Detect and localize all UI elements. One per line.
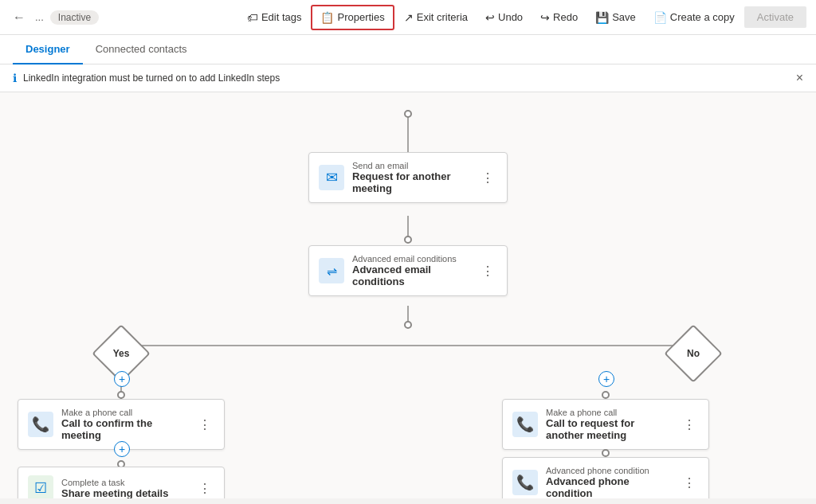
copy-icon: 📄 (653, 11, 667, 24)
header-left: ← ... Inactive (10, 7, 233, 28)
tab-designer[interactable]: Designer (13, 35, 83, 64)
advanced-email-content: Advanced email conditions Advanced email… (352, 254, 470, 287)
properties-icon: 📋 (320, 11, 334, 24)
call-request-icon: 📞 (512, 412, 538, 437)
email-node-icon: ✉ (319, 165, 344, 190)
save-icon: 💾 (595, 11, 609, 24)
add-step-right-1[interactable]: + (598, 371, 614, 387)
banner-close-button[interactable]: × (796, 71, 803, 85)
call-confirm-more-button[interactable]: ⋮ (195, 416, 214, 434)
info-banner-left: ℹ LinkedIn integration must be turned on… (13, 72, 280, 84)
complete-task-type: Complete a task (61, 478, 187, 487)
advanced-phone-icon: 📞 (512, 470, 538, 495)
exit-criteria-icon: ↗ (404, 11, 414, 24)
canvas[interactable]: ✉ Send an email Request for another meet… (0, 92, 816, 498)
call-request-more-button[interactable]: ⋮ (680, 416, 699, 434)
info-banner: ℹ LinkedIn integration must be turned on… (0, 64, 816, 92)
advanced-phone-title: Advanced phone condition (546, 475, 672, 498)
connector-2 (404, 321, 412, 329)
create-copy-button[interactable]: 📄 Create a copy (645, 6, 743, 29)
yes-decision-1: Yes (97, 330, 145, 377)
edit-tags-button[interactable]: 🏷 Edit tags (239, 6, 310, 29)
tab-connected-contacts[interactable]: Connected contacts (83, 35, 200, 64)
send-email-title: Request for another meeting (352, 170, 470, 194)
complete-task-more-button[interactable]: ⋮ (195, 479, 214, 498)
canvas-inner: ✉ Send an email Request for another meet… (0, 92, 816, 498)
no-decision-1: No (669, 330, 717, 377)
undo-icon: ↩ (485, 11, 495, 24)
complete-task-node[interactable]: ☑ Complete a task Share meeting details … (18, 467, 225, 498)
call-confirm-content: Make a phone call Call to confirm the me… (61, 408, 187, 441)
call-request-type: Make a phone call (546, 408, 672, 417)
breadcrumb: ... (35, 11, 44, 23)
call-request-node[interactable]: 📞 Make a phone call Call to request for … (502, 399, 709, 450)
call-request-title: Call to request for another meeting (546, 417, 672, 441)
call-request-content: Make a phone call Call to request for an… (546, 408, 672, 441)
tabs-bar: Designer Connected contacts (0, 35, 816, 64)
tag-icon: 🏷 (247, 11, 258, 24)
advanced-email-icon: ⇌ (319, 258, 344, 283)
send-email-type: Send an email (352, 161, 470, 170)
advanced-phone-more-button[interactable]: ⋮ (680, 474, 699, 492)
advanced-email-title: Advanced email conditions (352, 264, 470, 287)
add-step-left-1[interactable]: + (114, 371, 130, 387)
advanced-email-type: Advanced email conditions (352, 254, 470, 264)
top-connector (404, 110, 412, 118)
call-confirm-icon: 📞 (28, 412, 53, 437)
connector-1 (404, 236, 412, 244)
advanced-phone-node[interactable]: 📞 Advanced phone condition Advanced phon… (502, 457, 709, 498)
info-banner-text: LinkedIn integration must be turned on t… (23, 72, 280, 84)
complete-task-title: Share meeting details (61, 487, 187, 499)
send-email-node[interactable]: ✉ Send an email Request for another meet… (308, 152, 508, 203)
undo-button[interactable]: ↩ Undo (477, 6, 531, 29)
status-badge: Inactive (50, 10, 99, 25)
connector-left-1 (117, 391, 125, 399)
add-step-left-2[interactable]: + (114, 441, 130, 457)
send-email-content: Send an email Request for another meetin… (352, 161, 470, 194)
redo-icon: ↪ (540, 11, 550, 24)
header-actions: 🏷 Edit tags 📋 Properties ↗ Exit criteria… (239, 5, 806, 30)
send-email-more-button[interactable]: ⋮ (478, 169, 497, 187)
advanced-email-node[interactable]: ⇌ Advanced email conditions Advanced ema… (308, 245, 508, 296)
advanced-phone-type: Advanced phone condition (546, 466, 672, 475)
complete-task-icon: ☑ (28, 475, 53, 498)
info-icon: ℹ (13, 72, 17, 84)
connector-right-2 (602, 449, 610, 457)
back-button[interactable]: ← (10, 7, 29, 28)
advanced-email-more-button[interactable]: ⋮ (478, 262, 497, 280)
advanced-phone-content: Advanced phone condition Advanced phone … (546, 466, 672, 498)
save-button[interactable]: 💾 Save (587, 6, 644, 29)
no-label-1: No (687, 348, 700, 359)
complete-task-content: Complete a task Share meeting details (61, 478, 187, 499)
call-confirm-title: Call to confirm the meeting (61, 417, 187, 441)
yes-label-1: Yes (113, 348, 130, 359)
exit-criteria-button[interactable]: ↗ Exit criteria (396, 6, 476, 29)
properties-button[interactable]: 📋 Properties (311, 5, 394, 30)
call-confirm-type: Make a phone call (61, 408, 187, 417)
activate-button[interactable]: Activate (744, 6, 806, 28)
connector-right-1 (602, 391, 610, 399)
redo-button[interactable]: ↪ Redo (532, 6, 586, 29)
header: ← ... Inactive 🏷 Edit tags 📋 Properties … (0, 0, 816, 35)
